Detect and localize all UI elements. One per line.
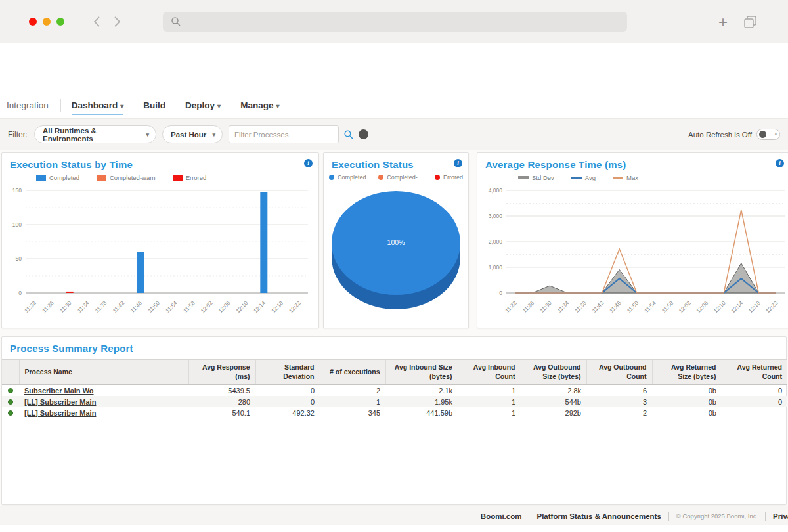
svg-text:12:18: 12:18 — [270, 299, 284, 314]
column-header[interactable]: # of executions — [320, 360, 385, 385]
minimize-window-button[interactable] — [43, 18, 51, 26]
legend-item: Avg — [571, 174, 596, 181]
dashboard: Execution Status by Time i CompletedComp… — [0, 150, 788, 506]
bar-completed[interactable] — [137, 252, 144, 293]
platform-status-link[interactable]: Platform Status & Announcements — [536, 512, 661, 520]
legend-swatch-icon — [97, 175, 106, 181]
nav-dashboard[interactable]: Dashboard▾ — [72, 100, 124, 110]
svg-text:11:46: 11:46 — [129, 299, 143, 314]
browser-window: + Integration Dashboard▾ Build Deploy▾ M… — [0, 0, 788, 532]
legend-swatch-icon — [173, 175, 183, 181]
value-cell — [722, 407, 787, 418]
nav-deploy[interactable]: Deploy▾ — [185, 100, 221, 110]
legend-item: Completed-... — [378, 174, 422, 181]
svg-text:11:34: 11:34 — [76, 299, 91, 314]
average-response-time-panel: Average Response Time (ms) i Std DevAvgM… — [477, 152, 788, 328]
svg-text:12:14: 12:14 — [252, 299, 267, 314]
toggle-knob-icon — [759, 131, 766, 138]
value-cell: 6 — [586, 385, 652, 397]
value-cell: 280 — [188, 396, 255, 407]
column-header[interactable]: Standard Deviation — [255, 360, 320, 385]
filter-processes-input[interactable] — [229, 125, 339, 143]
info-icon[interactable]: i — [776, 159, 784, 167]
legend-label: Completed — [49, 174, 79, 181]
search-icon[interactable] — [343, 129, 354, 140]
column-header[interactable]: Process Name — [19, 360, 188, 385]
svg-text:150: 150 — [12, 187, 22, 194]
column-header[interactable]: Avg Inbound Size (bytes) — [385, 360, 458, 385]
column-header[interactable]: Avg Outbound Count — [586, 360, 652, 385]
legend-item: Errored — [435, 174, 463, 181]
svg-text:11:38: 11:38 — [94, 299, 108, 314]
value-cell: 3 — [586, 396, 652, 407]
svg-text:50: 50 — [16, 255, 22, 262]
browser-chrome: + — [0, 0, 788, 43]
legend-item: Completed — [329, 174, 366, 181]
column-header[interactable]: Avg Response (ms) — [188, 360, 255, 385]
tab-overview-icon[interactable] — [744, 16, 756, 28]
svg-text:12:22: 12:22 — [764, 299, 779, 314]
table-row: [LL] Subscriber Main540.1492.32345441.59… — [2, 407, 787, 418]
process-name-link[interactable]: Subscriber Main Wo — [24, 387, 183, 395]
close-window-button[interactable] — [29, 18, 37, 26]
process-name-link[interactable]: [LL] Subscriber Main — [24, 409, 183, 417]
svg-text:11:26: 11:26 — [41, 299, 55, 314]
bar-completed[interactable] — [260, 192, 267, 293]
privacy-link[interactable]: Privacy — [773, 512, 788, 520]
svg-text:11:54: 11:54 — [164, 299, 179, 314]
chevron-down-icon: ▾ — [276, 102, 279, 110]
maximize-window-button[interactable] — [56, 18, 64, 26]
svg-text:11:58: 11:58 — [182, 299, 196, 314]
new-tab-button[interactable]: + — [718, 13, 728, 32]
svg-text:12:22: 12:22 — [288, 299, 302, 314]
column-header[interactable]: Avg Outbound Size (bytes) — [521, 360, 586, 385]
app-nav: Integration Dashboard▾ Build Deploy▾ Man… — [0, 92, 788, 118]
legend-item: Completed-warn — [97, 174, 156, 181]
chevron-down-icon: ▾ — [120, 102, 123, 110]
legend-swatch-icon — [613, 177, 623, 179]
column-header[interactable]: Avg Returned Count — [722, 360, 787, 385]
column-header[interactable]: Avg Inbound Count — [458, 360, 521, 385]
nav-build[interactable]: Build — [143, 100, 165, 110]
auto-refresh-toggle[interactable]: × — [756, 129, 780, 140]
execution-status-by-time-panel: Execution Status by Time i CompletedComp… — [1, 152, 319, 328]
process-name-link[interactable]: [LL] Subscriber Main — [24, 398, 183, 406]
legend-swatch-icon — [435, 175, 440, 180]
runtime-environment-dropdown[interactable]: All Runtimes & Environments▾ — [34, 125, 156, 143]
boomi-com-link[interactable]: Boomi.com — [481, 512, 522, 520]
legend-label: Avg — [585, 174, 596, 181]
panel-title: Execution Status by Time — [2, 153, 318, 170]
nav-manage[interactable]: Manage▾ — [240, 100, 279, 110]
column-header[interactable]: Avg Returned Size (bytes) — [652, 360, 722, 385]
forward-icon[interactable] — [109, 14, 123, 29]
svg-text:4,000: 4,000 — [489, 187, 503, 194]
process-summary-panel: Process Summary Report Process NameAvg R… — [1, 336, 787, 505]
status-ok-icon — [8, 410, 13, 416]
value-cell: 0b — [652, 407, 722, 418]
chart-legend: CompletedCompleted-...Errored — [329, 174, 463, 181]
svg-text:11:42: 11:42 — [590, 299, 605, 314]
svg-text:0: 0 — [18, 290, 22, 296]
time-range-dropdown[interactable]: Past Hour▾ — [162, 125, 223, 143]
info-icon[interactable]: i — [454, 159, 462, 167]
status-cell — [2, 396, 19, 407]
legend-label: Completed — [338, 174, 366, 181]
value-cell: 441.59b — [385, 407, 458, 418]
legend-item: Max — [613, 174, 638, 181]
legend-item: Errored — [173, 174, 207, 181]
table-row: [LL] Subscriber Main280011.95k1544b30b0 — [2, 396, 787, 407]
value-cell: 1.95k — [385, 396, 458, 407]
back-icon[interactable] — [91, 14, 105, 29]
value-cell: 2.8k — [521, 385, 586, 397]
bar-errored[interactable] — [66, 292, 74, 293]
series-stddev[interactable] — [515, 263, 776, 293]
legend-label: Errored — [443, 174, 463, 181]
info-icon[interactable]: i — [304, 159, 313, 167]
copyright-text: © Copyright 2025 Boomi, Inc. — [676, 512, 758, 520]
svg-text:11:46: 11:46 — [608, 299, 623, 314]
service-name: Integration — [7, 100, 49, 110]
chart-legend: CompletedCompleted-warnErrored — [36, 174, 318, 181]
value-cell: 1 — [458, 407, 521, 418]
address-bar[interactable] — [163, 12, 627, 32]
footer-divider — [529, 512, 529, 521]
